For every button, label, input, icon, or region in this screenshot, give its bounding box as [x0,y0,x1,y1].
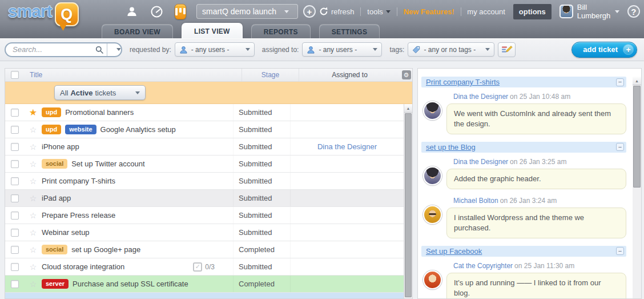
ticket-link[interactable]: Print company T-shirts [426,78,500,86]
tab-settings[interactable]: SETTINGS [319,24,380,38]
assigned-cell[interactable] [290,207,404,224]
requested-by-select[interactable]: - any users - [175,42,255,57]
assigned-to-select[interactable]: - any users - [302,42,382,57]
column-header-assigned[interactable]: Assigned to [299,69,400,81]
board-view-icon[interactable] [175,4,186,19]
logo-text: smart [8,2,52,21]
user-icon[interactable] [126,6,138,17]
star-icon[interactable]: ☆ [30,194,37,203]
table-scrollbar[interactable]: ▲ [404,104,412,298]
star-icon[interactable]: ☆ [30,280,37,289]
ticket-link[interactable]: set up the Blog [426,143,476,152]
collapse-button[interactable]: − [616,247,624,255]
star-icon[interactable]: ☆ [30,177,37,186]
edit-tags-button[interactable] [498,42,516,57]
assigned-cell[interactable] [290,258,404,275]
ticket-row[interactable]: ☆ social set up Google+ page Completed [5,241,404,258]
assigned-cell[interactable] [290,224,404,241]
tags-select[interactable]: - any or no tags - [408,42,494,57]
select-all-checkbox[interactable] [11,71,19,79]
row-checkbox[interactable] [11,263,19,271]
dashboard-gauge-icon[interactable] [150,5,163,18]
star-icon[interactable]: ☆ [30,245,37,254]
star-icon[interactable]: ★ [29,107,37,118]
add-project-button[interactable]: + [303,5,316,18]
star-icon[interactable]: ☆ [30,160,37,169]
search-options-dropdown[interactable] [107,43,121,56]
scope-post: tickets [95,89,116,97]
column-header-title[interactable]: Title [25,69,242,81]
my-account-link[interactable]: my account [467,7,505,16]
star-icon[interactable]: ☆ [30,125,37,134]
column-header-stage[interactable]: Stage [242,69,299,81]
assigned-cell[interactable] [290,104,404,121]
star-icon[interactable]: ☆ [30,262,37,272]
star-icon[interactable]: ☆ [30,142,37,152]
row-checkbox[interactable] [11,212,19,220]
stage-cell: Completed [233,241,290,258]
ticket-link[interactable]: Set up Facebook [426,247,482,256]
comment-author-link[interactable]: Michael Bolton [453,197,498,205]
options-button[interactable]: options [513,4,552,19]
comment-author-link[interactable]: Dina the Designer [453,93,508,101]
row-checkbox[interactable] [11,280,19,288]
row-checkbox[interactable] [11,143,19,151]
tools-menu[interactable]: tools [367,7,390,16]
ticket-row[interactable]: ☆ social Set up Twitter account Submitte… [5,156,404,173]
assigned-cell[interactable] [290,121,404,138]
collapse-button[interactable]: − [616,78,624,86]
comment-item: Dina the Designeron 25 Jan 10:48 am We w… [421,93,626,134]
assigned-cell[interactable] [290,156,404,172]
panel-scrollbar[interactable]: ▲ [633,77,641,298]
scope-filter-dropdown[interactable]: AllActivetickets [54,85,146,100]
search-input[interactable] [6,45,92,54]
ticket-row[interactable]: ☆ Cloud storage integration ✓ 0/3 Submit… [5,258,404,276]
ticket-row[interactable]: ★ upd Promotional banners Submitted [5,104,404,121]
user-menu[interactable]: Bill Lumbergh [560,3,619,20]
search-icon[interactable] [92,46,107,54]
table-header: Title Stage Assigned to ⚙ [5,69,412,82]
assigned-cell[interactable] [290,276,404,292]
collapse-button[interactable]: − [616,143,624,151]
ticket-row[interactable]: ☆ Webinar setup Submitted [5,224,404,241]
comment-meta: Dina the Designeron 25 Jan 10:48 am [446,93,626,101]
scroll-up-icon[interactable]: ▲ [633,77,641,85]
ticket-row[interactable]: ☆ iPhone app Submitted Dina the Designer [5,138,404,156]
help-button[interactable]: ? [627,5,640,18]
assigned-cell[interactable] [290,241,404,258]
scrollbar-thumb[interactable] [633,86,641,188]
refresh-button[interactable]: refresh [319,7,354,16]
scroll-up-icon[interactable]: ▲ [404,104,412,113]
ticket-row[interactable]: ☆ Print company T-shirts Submitted [5,173,404,190]
tag-badge: upd [42,125,61,134]
comment-author-link[interactable]: Cat the Copyrighter [453,262,513,270]
new-features-link[interactable]: New Features! [404,7,454,16]
row-checkbox[interactable] [11,177,19,185]
row-checkbox[interactable] [11,109,19,117]
ticket-row[interactable]: ☆ iPad app Submitted [5,190,404,207]
ticket-row[interactable]: ☆ server Purchase and setup SSL certific… [5,276,404,293]
tab-reports[interactable]: REPORTS [251,24,311,38]
comment-author-link[interactable]: Dina the Designer [453,158,508,166]
tab-board-view[interactable]: BOARD VIEW [102,24,173,38]
star-icon[interactable]: ☆ [30,211,37,220]
ticket-row[interactable]: ☆ Prepare Press release Submitted [5,207,404,224]
row-checkbox[interactable] [11,229,19,237]
row-checkbox[interactable] [11,160,19,168]
gear-icon[interactable]: ⚙ [402,70,411,79]
row-checkbox[interactable] [11,194,19,202]
star-icon[interactable]: ☆ [30,228,37,237]
assigned-cell[interactable] [290,173,404,189]
row-checkbox[interactable] [11,126,19,134]
comment-section: Set up Facebook − Cat the Copyrighteron … [421,246,626,299]
add-ticket-button[interactable]: add ticket + [571,42,637,58]
assigned-cell[interactable] [290,190,404,206]
add-ticket-label: add ticket [583,45,618,54]
project-selector[interactable]: smartQ demo launch [196,4,298,19]
tab-list-view[interactable]: LIST VIEW [182,23,243,38]
scope-pre: All [60,89,68,97]
ticket-row[interactable]: ☆ updwebsite Google Analytics setup Subm… [5,121,404,138]
row-checkbox[interactable] [11,246,19,254]
scrollbar-thumb[interactable] [405,113,412,297]
assigned-cell[interactable]: Dina the Designer [290,138,404,155]
